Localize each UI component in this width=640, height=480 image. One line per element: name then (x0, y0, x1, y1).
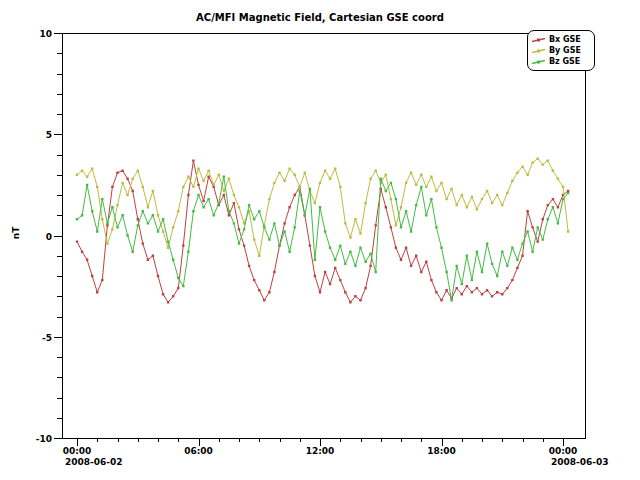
y-tick-label: -5 (42, 333, 52, 343)
y-tick-label: 5 (46, 130, 52, 140)
x-tick-label: 18:00 (427, 446, 456, 456)
series-line-bx (77, 161, 568, 303)
y-tick-label: -10 (36, 434, 52, 444)
series-markers-by (76, 157, 570, 257)
legend-swatch-marker (537, 60, 540, 63)
legend-label-bz: Bz GSE (549, 57, 580, 66)
legend-entry-bx: Bx GSE (532, 34, 592, 45)
x-date-label: 2008-06-03 (551, 457, 609, 467)
legend-label-bx: Bx GSE (549, 35, 581, 44)
x-tick-label: 12:00 (306, 446, 335, 456)
legend-entry-bz: Bz GSE (532, 56, 592, 67)
legend-swatch-marker (537, 38, 540, 41)
x-date-label: 2008-06-02 (65, 457, 123, 467)
legend-swatch-marker (537, 49, 540, 52)
plot-area: -10-5051000:002008-06-0206:0012:0018:000… (0, 0, 640, 480)
legend-label-by: By GSE (549, 46, 581, 55)
bz-line-swatch-icon (532, 58, 546, 66)
y-tick-label: 10 (39, 29, 52, 39)
legend: Bx GSE By GSE Bz GSE (527, 30, 595, 71)
bx-line-swatch-icon (532, 36, 546, 44)
by-line-swatch-icon (532, 47, 546, 55)
series-line-by (77, 159, 568, 256)
x-tick-label: 00:00 (549, 446, 578, 456)
x-tick-label: 00:00 (63, 446, 92, 456)
y-tick-label: 0 (46, 232, 52, 242)
legend-entry-by: By GSE (532, 45, 592, 56)
chart-canvas: AC/MFI Magnetic Field, Cartesian GSE coo… (0, 0, 640, 480)
x-tick-label: 06:00 (184, 446, 213, 456)
